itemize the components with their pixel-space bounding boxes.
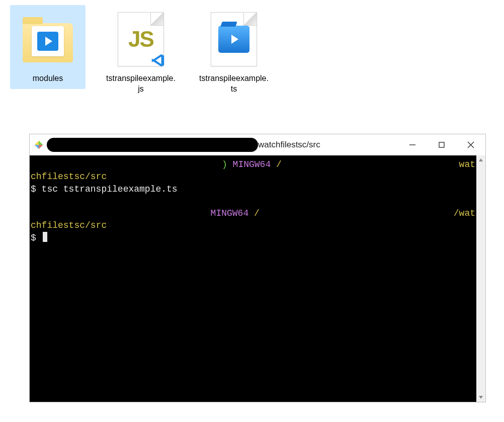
js-file-icon: JS	[111, 9, 171, 69]
terminal-line: $	[31, 232, 475, 244]
terminal-text-segment: MINGW64	[205, 207, 254, 219]
folder-icon	[18, 9, 78, 69]
play-icon	[218, 26, 249, 53]
file-label: modules	[33, 73, 63, 84]
file-label: tstranspileexample.js	[106, 73, 176, 95]
svg-marker-3	[35, 145, 39, 149]
svg-rect-5	[439, 142, 444, 147]
terminal-line: chfilestsc/src	[31, 171, 475, 183]
terminal-text-segment	[31, 207, 205, 219]
terminal-cursor	[43, 232, 47, 242]
svg-marker-2	[39, 145, 43, 149]
maximize-button[interactable]	[427, 134, 456, 155]
scroll-up-icon[interactable]	[476, 155, 485, 164]
ts-file-icon	[204, 9, 264, 69]
terminal-line: $ tsc tstranspileexample.ts	[31, 183, 475, 195]
terminal-text-segment: $ tsc tstranspileexample.ts	[31, 183, 178, 195]
file-explorer-area: modules JS tstranspileexample.js	[0, 0, 504, 105]
window-controls	[398, 134, 485, 155]
terminal-text-segment: /	[254, 207, 260, 219]
terminal-text-segment: /	[276, 158, 282, 171]
svg-marker-9	[479, 396, 483, 399]
window-title-path: watchfilestsc/src	[258, 140, 320, 150]
terminal-line: MINGW64 //wat	[31, 207, 475, 219]
git-bash-app-icon	[34, 140, 44, 150]
terminal-text-segment: MINGW64	[227, 158, 276, 171]
terminal-line: ) MINGW64 /wat	[31, 158, 475, 171]
file-label: tstranspileexample.ts	[199, 73, 269, 95]
close-button[interactable]	[456, 134, 485, 155]
terminal-text-segment: )	[31, 158, 227, 171]
terminal-line	[31, 195, 475, 207]
file-item-folder-modules[interactable]: modules	[10, 5, 86, 89]
title-redacted-region	[47, 138, 258, 152]
play-icon	[37, 32, 58, 51]
scroll-down-icon[interactable]	[476, 393, 485, 402]
terminal-body[interactable]: ) MINGW64 /watchfilestsc/src$ tsc tstran…	[30, 155, 476, 402]
terminal-window: watchfilestsc/src ) MINGW64 /watchfilest…	[29, 134, 486, 402]
terminal-text-segment: $	[31, 232, 42, 244]
terminal-line: chfilestsc/src	[31, 219, 475, 231]
terminal-text-segment: wat	[459, 158, 475, 171]
terminal-text-segment: /wat	[454, 207, 475, 219]
terminal-text-segment: chfilestsc/src	[31, 219, 107, 231]
file-item-ts[interactable]: tstranspileexample.ts	[196, 5, 272, 100]
terminal-text-segment	[31, 195, 36, 207]
file-item-js[interactable]: JS tstranspileexample.js	[103, 5, 179, 100]
vscode-badge-icon	[150, 53, 165, 68]
window-titlebar[interactable]: watchfilestsc/src	[30, 134, 485, 155]
minimize-button[interactable]	[398, 134, 427, 155]
svg-marker-8	[479, 158, 483, 161]
svg-marker-1	[39, 141, 43, 145]
terminal-scrollbar[interactable]	[476, 155, 485, 402]
terminal-text-segment: chfilestsc/src	[31, 171, 107, 183]
